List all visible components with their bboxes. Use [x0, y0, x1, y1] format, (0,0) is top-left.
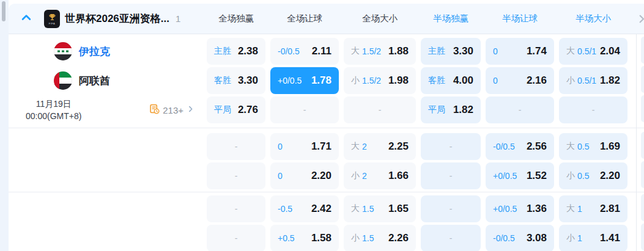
bet-label: 平局	[428, 104, 445, 115]
odds-value: 2.11	[312, 45, 331, 57]
bet-label: +0/0.5	[493, 171, 517, 181]
match-rows: 伊拉克 主胜2.38 -0/0.52.11 大1.5/21.88 主胜3.30 …	[9, 34, 644, 251]
bet-label: 0.5	[577, 171, 589, 181]
bet-label: +0/0.5	[493, 204, 517, 214]
odds-value: 2.04	[600, 45, 620, 57]
odds-value: 2.16	[527, 75, 547, 87]
odds-value: 2.76	[238, 104, 258, 116]
odds-cell[interactable]: 小11.41	[559, 225, 627, 251]
odds-value: 1.82	[600, 75, 620, 87]
more-markets-link[interactable]: 213+	[149, 104, 194, 117]
odds-cell[interactable]: -0/0.52.56	[486, 133, 554, 160]
odds-cell[interactable]: +0/0.51.52	[486, 162, 554, 189]
column-header-ft-1x2: 全场独赢	[207, 13, 265, 24]
alt-line-row: - +0.51.58 小1.52.26 - -0/0.53.08 小11.41	[9, 224, 644, 251]
bet-label: 0.5/1	[577, 76, 596, 85]
odds-cell[interactable]: +0/0.51.36	[486, 195, 554, 222]
odds-cell[interactable]: 主胜2.38	[207, 38, 265, 65]
fifa-label: FIFA	[49, 22, 55, 25]
odds-cell[interactable]: 平局2.76	[207, 96, 265, 123]
vertical-scrollbar[interactable]	[0, 0, 9, 251]
ou-prefix: 小	[351, 75, 360, 86]
match-info: 11月19日 00:00(GMT+8) 213+	[9, 98, 202, 122]
odds-value: 1.36	[527, 203, 547, 215]
column-header-ft-ou: 全场大小	[344, 13, 416, 24]
odds-cell[interactable]: 小1.52.26	[344, 225, 416, 251]
home-team[interactable]: 伊拉克	[9, 42, 202, 60]
odds-cell[interactable]: +0.51.58	[270, 225, 339, 251]
more-markets-count: 213+	[163, 105, 183, 115]
cutoff-cell-sliver	[641, 194, 644, 221]
empty-dash: -	[379, 105, 382, 115]
ou-prefix: 小	[566, 170, 575, 181]
league-header-left: FIFA 世界杯2026亚洲资格... 1	[9, 10, 202, 28]
ou-prefix: 大	[351, 203, 360, 214]
odds-value: 1.65	[388, 203, 409, 215]
bet-label: -0/0.5	[278, 46, 300, 56]
odds-value: 2.26	[388, 232, 409, 244]
odds-value: 1.66	[388, 170, 409, 182]
chevron-right-icon	[187, 104, 194, 115]
odds-cell[interactable]: 小0.52.20	[559, 162, 627, 189]
bet-label: 主胜	[428, 46, 445, 57]
odds-cell[interactable]: 02.16	[486, 67, 554, 94]
odds-value: 2.56	[527, 140, 547, 153]
odds-cell[interactable]: 大22.25	[344, 133, 416, 160]
odds-cell[interactable]: -0.52.42	[270, 195, 339, 222]
odds-cell[interactable]: 大12.81	[559, 195, 627, 222]
odds-value: 1.74	[527, 45, 547, 57]
home-team-name: 伊拉克	[79, 45, 110, 59]
empty-dash: -	[235, 204, 238, 214]
ou-prefix: 小	[351, 233, 360, 244]
odds-value: 1.98	[388, 75, 409, 87]
section-divider	[9, 192, 644, 192]
odds-cell-empty: -	[486, 96, 554, 123]
bet-label: 1.5/2	[362, 76, 381, 85]
league-title[interactable]: 世界杯2026亚洲资格...	[65, 12, 169, 26]
odds-value: 2.20	[311, 170, 331, 182]
odds-cell[interactable]: 小1.5/21.98	[344, 67, 416, 94]
odds-cell[interactable]: 客胜3.30	[207, 67, 265, 94]
odds-cell[interactable]: 01.74	[486, 38, 554, 65]
match-count: 1	[176, 13, 180, 24]
odds-cell[interactable]: 小21.66	[344, 162, 416, 189]
scrollbar-thumb[interactable]	[2, 1, 6, 21]
odds-cell[interactable]: 大0.5/12.04	[559, 38, 627, 65]
bet-label: +0.5	[278, 233, 295, 243]
odds-cell[interactable]: 01.71	[270, 133, 339, 160]
odds-cell-empty: -	[344, 96, 416, 123]
bet-label: 平局	[214, 104, 231, 115]
odds-cell[interactable]: -0/0.52.11	[270, 38, 339, 65]
odds-cell-empty: -	[270, 96, 339, 123]
collapse-button[interactable]	[20, 13, 32, 25]
alt-line-row: - 01.71 大22.25 - -0/0.52.56 大0.51.69	[9, 132, 644, 161]
odds-value: 1.52	[527, 170, 547, 182]
odds-value: 2.81	[600, 203, 620, 215]
odds-cell[interactable]: 02.20	[270, 162, 339, 189]
odds-cell[interactable]: 小0.5/11.82	[559, 67, 627, 94]
odds-cell[interactable]: 大1.5/21.88	[344, 38, 416, 65]
away-team[interactable]: 阿联酋	[9, 71, 202, 90]
bet-label: 0	[493, 46, 498, 56]
odds-cell[interactable]: -0/0.53.08	[486, 225, 554, 251]
odds-value: 1.69	[600, 140, 620, 153]
odds-cell[interactable]: 平局1.82	[421, 96, 481, 123]
bet-label: 1.5/2	[362, 46, 381, 56]
odds-cell[interactable]: 主胜3.30	[421, 38, 481, 65]
odds-cell[interactable]: 大0.51.69	[559, 133, 627, 160]
column-divider	[636, 34, 637, 251]
odds-cell[interactable]: 客胜4.00	[421, 67, 481, 94]
empty-dash: -	[303, 105, 306, 115]
scroll-right-icon[interactable]	[636, 13, 644, 27]
odds-cell-empty: -	[207, 195, 265, 222]
empty-dash: -	[450, 233, 453, 243]
cutoff-cell-sliver	[641, 224, 644, 250]
odds-cell-selected[interactable]: +0/0.51.78	[270, 67, 339, 94]
odds-value: 1.41	[600, 232, 620, 244]
league-trophy-icon: FIFA	[44, 10, 60, 28]
odds-cell-empty: -	[207, 225, 265, 251]
odds-cell[interactable]: 大1.51.65	[344, 195, 416, 222]
empty-dash: -	[592, 105, 595, 115]
odds-value: 3.08	[527, 232, 547, 244]
league-card: FIFA 世界杯2026亚洲资格... 1 全场独赢 全场让球 全场大小 半场独…	[9, 0, 644, 251]
